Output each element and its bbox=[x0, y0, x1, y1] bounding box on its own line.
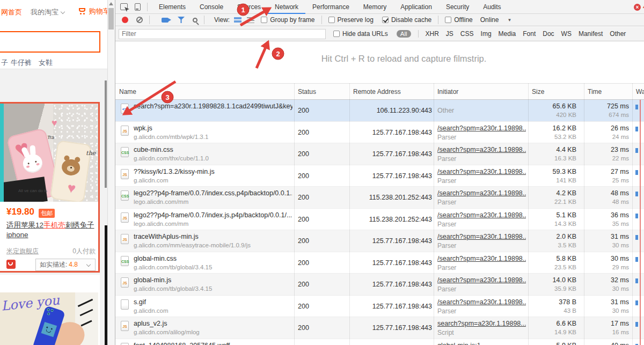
nav-my-taobao-link[interactable]: 我的淘宝 bbox=[31, 8, 64, 17]
filter-type-all[interactable]: All bbox=[397, 30, 411, 38]
request-row[interactable]: s.gifg.alicdn.com200125.77.167.198:443/s… bbox=[115, 296, 644, 318]
offline-label[interactable]: Offline bbox=[454, 16, 472, 24]
request-initiator-link[interactable]: /search?spm=a230r.1.19898... bbox=[437, 255, 526, 262]
column-header-size[interactable]: Size bbox=[532, 84, 544, 100]
filter-type-manifest[interactable]: Manifest bbox=[579, 30, 603, 38]
preserve-log-label[interactable]: Preserve log bbox=[338, 16, 374, 24]
tab-memory[interactable]: Memory bbox=[356, 0, 393, 14]
request-initiator-type: Parser bbox=[437, 199, 456, 206]
column-header-initiator[interactable]: Initiator bbox=[437, 84, 458, 100]
dropdown-caret-icon[interactable]: ▼ bbox=[507, 18, 511, 23]
category-link[interactable]: 牛仔裤 bbox=[11, 58, 32, 68]
request-initiator-link[interactable]: /search?spm=a230r.1.19898... bbox=[437, 276, 526, 284]
preserve-log-checkbox[interactable] bbox=[328, 17, 335, 23]
throttling-dropdown[interactable]: Online bbox=[480, 16, 499, 24]
column-header-status[interactable]: Status bbox=[298, 84, 316, 100]
clear-button[interactable] bbox=[136, 17, 143, 23]
search-icon[interactable] bbox=[193, 18, 197, 23]
product-title-link[interactable]: 适用苹果12手机壳刺绣兔子 bbox=[6, 219, 95, 231]
tab-performance[interactable]: Performance bbox=[305, 0, 356, 14]
request-initiator-link[interactable]: /search?spm=a230r.1.19898... bbox=[437, 189, 526, 197]
product-photo[interactable]: ♥ ♥ ♥ Tra the All ve can do is bbox=[0, 104, 98, 202]
large-request-rows-icon[interactable] bbox=[234, 17, 241, 23]
request-row[interactable]: JStraceWithAplus-min.jsg.alicdn.com/mm/e… bbox=[115, 230, 644, 252]
shop-name-link[interactable]: 米定旗舰店 bbox=[6, 247, 39, 256]
request-initiator-link[interactable]: /search?spm=a230r.1.19898... bbox=[437, 146, 526, 153]
show-overview-icon[interactable] bbox=[247, 17, 254, 23]
column-header-remote-address[interactable]: Remote Address bbox=[353, 84, 401, 100]
tab-audits[interactable]: Audits bbox=[476, 0, 508, 14]
filter-type-xhr[interactable]: XHR bbox=[426, 30, 439, 38]
file-type-css-icon: CSS bbox=[121, 190, 129, 201]
request-row[interactable]: <>search?spm=a230r.1.1989828.1.1cad2499t… bbox=[115, 100, 644, 122]
request-initiator-link[interactable]: global-min.js:1 bbox=[437, 342, 481, 345]
network-filter-bar: Hide data URLs AllXHRJSCSSImgMediaFontDo… bbox=[115, 27, 644, 41]
filter-type-media[interactable]: Media bbox=[499, 30, 516, 38]
product-photo[interactable]: Love you bbox=[0, 292, 98, 345]
request-row[interactable]: JSaplus_v2.jsg.alicdn.com/alilog/mlog200… bbox=[115, 317, 644, 339]
tab-security[interactable]: Security bbox=[439, 0, 476, 14]
record-button[interactable] bbox=[122, 17, 128, 23]
hide-data-urls-label[interactable]: Hide data URLs bbox=[342, 30, 388, 38]
request-row[interactable]: JSglobal-min.jsg.alicdn.com/tb/global/3.… bbox=[115, 274, 644, 296]
request-name: aplus_v2.js bbox=[134, 320, 292, 327]
search-input[interactable] bbox=[0, 32, 99, 52]
filter-type-ws[interactable]: WS bbox=[561, 30, 572, 38]
capture-screenshots-icon[interactable] bbox=[162, 18, 169, 23]
category-link[interactable]: 女鞋 bbox=[39, 58, 53, 68]
group-by-frame-label[interactable]: Group by frame bbox=[270, 16, 314, 24]
request-row[interactable]: CSSglobal-min.cssg.alicdn.com/tb/global/… bbox=[115, 252, 644, 274]
request-row[interactable]: JSwpk.jsg.alicdn.com/mtb/wpk/1.3.1200125… bbox=[115, 122, 644, 144]
request-initiator-link[interactable]: /search?spm=a230r.1.19898... bbox=[437, 211, 526, 219]
scrollbar-thumb[interactable] bbox=[108, 8, 114, 30]
filter-type-js[interactable]: JS bbox=[446, 30, 453, 38]
column-header-name[interactable]: Name bbox=[119, 84, 136, 100]
filter-funnel-icon[interactable] bbox=[178, 17, 185, 23]
rating-dropdown[interactable]: 如实描述:4.8 bbox=[35, 259, 96, 271]
request-row[interactable]: JSlego2??p4p-frame/0.0.7/index.js,p4p/ba… bbox=[115, 209, 644, 231]
filter-type-font[interactable]: Font bbox=[523, 30, 536, 38]
group-by-frame-checkbox[interactable] bbox=[261, 17, 267, 23]
request-initiator-link[interactable]: search?spm=a230r.1.19898... bbox=[437, 320, 526, 327]
filter-type-other[interactable]: Other bbox=[610, 30, 626, 38]
scrollbar-up-arrow-icon[interactable] bbox=[109, 2, 113, 5]
request-time: 31 ms bbox=[584, 298, 629, 306]
request-row[interactable]: font_1404988168_2057645.woffglobal-min.j… bbox=[115, 339, 644, 345]
request-row[interactable]: JS??kissy/k/1.3.2/kissy-min.jsg.alicdn.c… bbox=[115, 165, 644, 187]
inspect-element-icon[interactable] bbox=[120, 3, 128, 10]
category-link[interactable]: 子 bbox=[1, 58, 8, 68]
request-time-cell: 725 ms674 ms bbox=[584, 100, 629, 121]
filter-input[interactable] bbox=[119, 29, 326, 39]
filter-type-doc[interactable]: Doc bbox=[543, 30, 554, 38]
file-type-js-icon: JS bbox=[121, 126, 129, 136]
file-type-css-icon: CSS bbox=[121, 256, 129, 266]
nav-home-link[interactable]: 网首页 bbox=[1, 8, 22, 17]
request-row[interactable]: CSScube-min.cssg.alicdn.com/thx/cube/1.1… bbox=[115, 143, 644, 165]
disable-cache-label[interactable]: Disable cache bbox=[391, 16, 431, 24]
request-size-transferred: 53.2 KB bbox=[528, 134, 576, 140]
tab-sources[interactable]: Sources bbox=[230, 0, 268, 14]
request-initiator-cell: Other bbox=[437, 100, 526, 121]
tab-application[interactable]: Application bbox=[393, 0, 439, 14]
product-title-line2[interactable]: iphone bbox=[6, 231, 28, 239]
tab-elements[interactable]: Elements bbox=[152, 0, 193, 14]
column-header-time[interactable]: Time bbox=[588, 84, 602, 100]
request-time-cell: 26 ms24 ms bbox=[584, 122, 629, 143]
tab-network[interactable]: Network bbox=[268, 0, 305, 14]
disable-cache-checkbox[interactable] bbox=[382, 17, 389, 23]
tab-console[interactable]: Console bbox=[193, 0, 230, 14]
request-initiator-link[interactable]: /search?spm=a230r.1.19898... bbox=[437, 168, 526, 175]
column-header-wa[interactable]: Wa bbox=[636, 84, 644, 100]
device-toolbar-icon[interactable] bbox=[135, 3, 141, 11]
request-time-cell: 30 ms29 ms bbox=[584, 252, 629, 274]
request-initiator-link[interactable]: /search?spm=a230r.1.19898... bbox=[437, 298, 526, 306]
request-initiator-link[interactable]: /search?spm=a230r.1.19898... bbox=[437, 233, 526, 240]
filter-type-img[interactable]: Img bbox=[481, 30, 492, 38]
request-row[interactable]: CSSlego2??p4p-frame/0.0.7/index.css,p4p/… bbox=[115, 187, 644, 209]
request-initiator-link[interactable]: /search?spm=a230r.1.19898... bbox=[437, 124, 526, 132]
hide-data-urls-checkbox[interactable] bbox=[333, 31, 340, 37]
filter-type-css[interactable]: CSS bbox=[460, 30, 474, 38]
page-scrollbar[interactable] bbox=[107, 0, 115, 345]
offline-checkbox[interactable] bbox=[445, 17, 451, 23]
console-error-badge[interactable]: × 4 bbox=[634, 3, 644, 11]
